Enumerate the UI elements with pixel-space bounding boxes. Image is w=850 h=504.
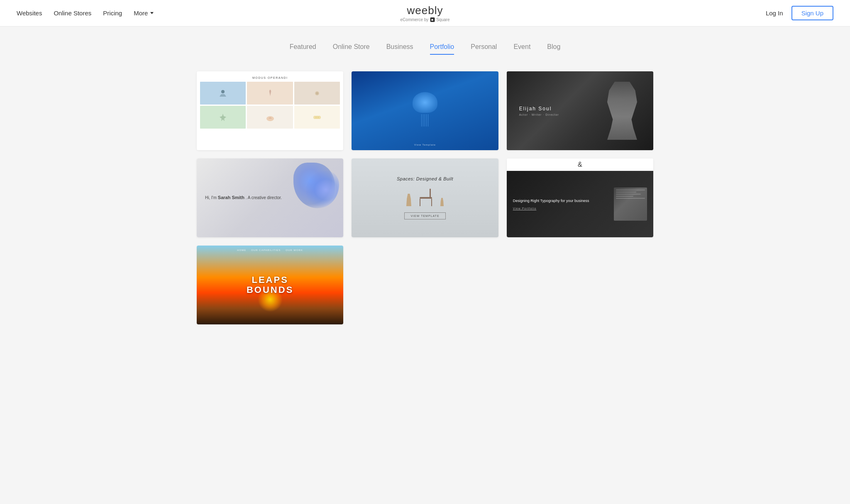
nav-more[interactable]: More [134, 10, 154, 17]
photo-grid [200, 82, 340, 129]
elijah-roles: Actor · Writer · Director [519, 113, 559, 116]
tab-online-store[interactable]: Online Store [333, 43, 370, 55]
tab-personal[interactable]: Personal [471, 43, 497, 55]
main-content: Featured Online Store Business Portfolio… [0, 27, 850, 349]
jellyfish-body [413, 92, 437, 113]
jellyfish-illustration [408, 92, 442, 129]
jellyfish-cta: View Template [414, 144, 436, 146]
spaces-scene [406, 187, 444, 206]
typo-body: Designing Right Typography for your busi… [507, 171, 653, 237]
typo-content: Designing Right Typography for your busi… [513, 198, 614, 210]
photo-cell-1 [200, 82, 246, 105]
leaps-line2: BOUNDS [247, 285, 293, 295]
main-nav: Websites Online Stores Pricing More [17, 10, 154, 17]
svg-point-2 [316, 92, 318, 95]
template-preview: Elijah Soul Actor · Writer · Director [507, 71, 653, 150]
small-vase [440, 198, 444, 206]
jellyfish-tentacles [408, 113, 442, 127]
chair-leg [420, 199, 420, 206]
typo-image [614, 187, 647, 221]
template-preview: & Designing Right Typography for your bu… [507, 158, 653, 237]
template-grid: MODUS OPERANDI [197, 71, 653, 324]
template-preview: View Template [352, 71, 498, 150]
template-preview: Hi, I'm Sarah Smith . A creative directo… [197, 158, 343, 237]
header: Websites Online Stores Pricing More weeb… [0, 0, 850, 27]
template-card-elijah-soul[interactable]: Elijah Soul Actor · Writer · Director [507, 71, 653, 150]
spaces-title: Spaces: Designed & Built [397, 176, 453, 181]
photo-cell-5 [247, 106, 293, 129]
sarah-name: Sarah Smith [218, 195, 244, 200]
leaps-nav-home: HOME [237, 249, 246, 251]
chair-illustration [420, 187, 432, 206]
photo-cell-4 [200, 106, 246, 129]
logo-text: weebly [401, 4, 450, 17]
typo-title: Designing Right Typography for your busi… [513, 198, 614, 204]
portrait-bg: Elijah Soul Actor · Writer · Director [507, 71, 653, 150]
chair-leg [431, 199, 432, 206]
template-card-spaces[interactable]: Spaces: Designed & Built VIEW TEMPLATE [352, 158, 498, 237]
photo-cell-3 [294, 82, 340, 105]
signup-button[interactable]: Sign Up [791, 6, 833, 20]
leaps-nav-capabilities: OUR CAPABILITIES [251, 249, 281, 251]
nav-websites[interactable]: Websites [17, 10, 42, 17]
template-card-jellyfish[interactable]: View Template [352, 71, 498, 150]
typo-cta[interactable]: View Portfolio [513, 207, 614, 210]
photo-cell-2 [247, 82, 293, 105]
template-card-typography[interactable]: & Designing Right Typography for your bu… [507, 158, 653, 237]
chair-back [430, 189, 431, 197]
category-tabs: Featured Online Store Business Portfolio… [33, 43, 817, 55]
tab-event[interactable]: Event [513, 43, 530, 55]
elijah-silhouette [603, 82, 641, 140]
tab-business[interactable]: Business [386, 43, 413, 55]
spaces-cta[interactable]: VIEW TEMPLATE [404, 212, 445, 219]
template-preview: MODUS OPERANDI [197, 71, 343, 150]
tab-portfolio[interactable]: Portfolio [430, 43, 454, 55]
site-logo[interactable]: weebly eCommerce by ■ Square [401, 4, 450, 22]
sarah-intro-text: Hi, I'm Sarah Smith . A creative directo… [205, 195, 335, 201]
header-actions: Log In Sign Up [766, 6, 833, 20]
template-card-sarah-smith[interactable]: Hi, I'm Sarah Smith . A creative directo… [197, 158, 343, 237]
template-title: MODUS OPERANDI [200, 75, 340, 82]
typo-image-lines [614, 187, 647, 221]
elijah-name: Elijah Soul [519, 106, 559, 112]
ampersand-icon: & [578, 161, 582, 168]
square-icon: ■ [430, 17, 435, 22]
chevron-down-icon [150, 12, 154, 14]
chair-legs [420, 199, 432, 206]
nav-online-stores[interactable]: Online Stores [54, 10, 91, 17]
vase-illustration [406, 194, 411, 206]
svg-point-0 [221, 90, 225, 93]
flower-blob-2 [306, 171, 339, 208]
nav-pricing[interactable]: Pricing [103, 10, 122, 17]
leaps-nav-work: OUR WORK [286, 249, 303, 251]
tab-blog[interactable]: Blog [547, 43, 560, 55]
login-link[interactable]: Log In [766, 10, 783, 17]
leaps-nav: HOME OUR CAPABILITIES OUR WORK [237, 249, 303, 251]
template-preview: Spaces: Designed & Built VIEW TEMPLATE [352, 158, 498, 237]
photo-cell-6 [294, 106, 340, 129]
leaps-line1: LEAPS [247, 275, 293, 285]
elijah-text: Elijah Soul Actor · Writer · Director [519, 106, 559, 116]
sarah-greeting: Hi, I'm Sarah Smith . A creative directo… [205, 195, 335, 201]
template-card-modus-operandi[interactable]: MODUS OPERANDI [197, 71, 343, 150]
typo-header: & [507, 158, 653, 171]
logo-subtitle: eCommerce by ■ Square [401, 17, 450, 22]
leaps-text: LEAPS BOUNDS [247, 275, 293, 295]
template-card-leaps-bounds[interactable]: HOME OUR CAPABILITIES OUR WORK LEAPS BOU… [197, 246, 343, 324]
svg-point-6 [318, 116, 321, 119]
tab-featured[interactable]: Featured [290, 43, 316, 55]
template-preview: HOME OUR CAPABILITIES OUR WORK LEAPS BOU… [197, 246, 343, 324]
